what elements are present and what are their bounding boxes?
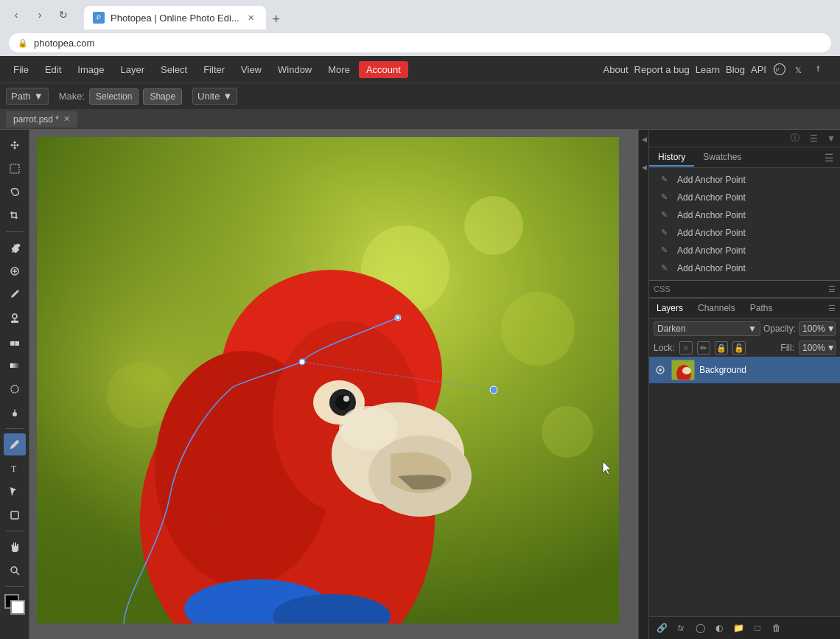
- tab-layers[interactable]: Layers: [649, 300, 690, 316]
- adjustment-layer-button[interactable]: ◐: [711, 620, 727, 636]
- lock-position-icon[interactable]: 🔒: [715, 341, 728, 355]
- lock-pixels-icon[interactable]: ✏: [697, 341, 710, 355]
- unite-select[interactable]: Unite ▼: [192, 88, 237, 105]
- browser-chrome: ‹ › ↻ P Photopea | Online Photo Edi... ✕…: [0, 0, 840, 56]
- menu-edit[interactable]: Edit: [38, 61, 69, 78]
- layer-visibility-toggle[interactable]: [654, 363, 667, 377]
- tool-eraser[interactable]: [4, 331, 26, 353]
- menu-file[interactable]: File: [6, 61, 36, 78]
- collapse-tab[interactable]: ◀: [639, 133, 649, 146]
- layer-item-background[interactable]: Background: [649, 357, 840, 383]
- tool-text[interactable]: T: [4, 457, 26, 479]
- tool-stamp[interactable]: [4, 307, 26, 329]
- tool-hand[interactable]: [4, 536, 26, 558]
- browser-tab-bar: ‹ › ↻ P Photopea | Online Photo Edi... ✕…: [0, 0, 840, 29]
- unite-chevron: ▼: [223, 91, 232, 102]
- fill-value[interactable]: 100% ▼: [799, 341, 836, 355]
- history-item-1[interactable]: ✎ Add Anchor Point: [649, 189, 840, 206]
- panel-info-button[interactable]: ⓘ: [785, 132, 805, 144]
- history-item-label-2: Add Anchor Point: [677, 210, 746, 220]
- opacity-value[interactable]: 100% ▼: [799, 321, 836, 336]
- menu-filter[interactable]: Filter: [196, 61, 232, 78]
- tool-path-select[interactable]: [4, 481, 26, 503]
- learn-link[interactable]: Learn: [696, 64, 720, 75]
- tab-history[interactable]: History: [649, 149, 694, 167]
- document-tab[interactable]: parrot.psd * ✕: [6, 111, 77, 128]
- tool-crop[interactable]: [4, 205, 26, 227]
- facebook-icon[interactable]: f: [813, 62, 828, 77]
- path-type-select[interactable]: Path ▼: [6, 88, 49, 105]
- history-item-2[interactable]: ✎ Add Anchor Point: [649, 206, 840, 224]
- tool-eyedropper[interactable]: [4, 237, 26, 259]
- menu-image[interactable]: Image: [70, 61, 111, 78]
- history-item-5[interactable]: ✎ Add Anchor Point: [649, 259, 840, 277]
- tool-dodge[interactable]: [4, 402, 26, 424]
- collapse-tab-2[interactable]: ◀: [639, 161, 649, 174]
- tool-healing[interactable]: [4, 260, 26, 282]
- panel-more-icon[interactable]: ▼: [822, 133, 840, 144]
- background-color[interactable]: [10, 600, 25, 615]
- canvas-image: [37, 137, 619, 624]
- menu-view[interactable]: View: [234, 61, 269, 78]
- reload-button[interactable]: ↻: [53, 4, 74, 25]
- api-link[interactable]: API: [751, 64, 766, 75]
- tool-marquee[interactable]: [4, 158, 26, 180]
- history-item-0[interactable]: ✎ Add Anchor Point: [649, 171, 840, 189]
- layers-panel-menu[interactable]: ☰: [824, 284, 840, 294]
- tool-gradient[interactable]: [4, 355, 26, 377]
- menu-window[interactable]: Window: [270, 61, 319, 78]
- make-selection-button[interactable]: Selection: [89, 88, 139, 105]
- tool-shape[interactable]: [4, 504, 26, 526]
- tab-swatches[interactable]: Swatches: [694, 149, 750, 167]
- menu-select[interactable]: Select: [153, 61, 195, 78]
- color-swatches[interactable]: [4, 594, 25, 615]
- tool-pen[interactable]: [4, 433, 26, 455]
- layers-panel-header: Layers Channels Paths ☰: [649, 298, 840, 318]
- back-button[interactable]: ‹: [6, 4, 27, 25]
- new-layer-button[interactable]: □: [749, 620, 766, 636]
- make-shape-button[interactable]: Shape: [143, 88, 182, 105]
- history-item-3[interactable]: ✎ Add Anchor Point: [649, 224, 840, 242]
- new-group-button[interactable]: 📁: [730, 620, 746, 636]
- forward-button[interactable]: ›: [29, 4, 50, 25]
- menu-account[interactable]: Account: [359, 61, 408, 78]
- menu-more[interactable]: More: [321, 61, 357, 78]
- history-item-4[interactable]: ✎ Add Anchor Point: [649, 242, 840, 259]
- reddit-icon[interactable]: r/: [772, 62, 787, 77]
- tab-close-button[interactable]: ✕: [245, 12, 257, 24]
- about-link[interactable]: About: [603, 64, 629, 75]
- active-tab[interactable]: P Photopea | Online Photo Edi... ✕: [84, 6, 266, 29]
- tool-lasso[interactable]: [4, 181, 26, 203]
- tool-brush[interactable]: [4, 284, 26, 306]
- css-tab[interactable]: CSS: [649, 284, 675, 293]
- history-item-label-3: Add Anchor Point: [677, 228, 746, 238]
- link-layers-button[interactable]: 🔗: [654, 620, 670, 636]
- history-panel-menu[interactable]: ☰: [819, 152, 840, 164]
- add-mask-button[interactable]: ◯: [692, 620, 708, 636]
- delete-layer-button[interactable]: 🗑: [769, 620, 785, 636]
- bug-link[interactable]: Report a bug: [634, 64, 690, 75]
- tab-paths[interactable]: Paths: [743, 300, 780, 316]
- tool-zoom[interactable]: [4, 559, 26, 582]
- address-bar[interactable]: 🔒 photopea.com: [9, 33, 831, 52]
- blend-mode-select[interactable]: Darken ▼: [654, 321, 760, 336]
- document-canvas[interactable]: [37, 137, 619, 624]
- tool-move[interactable]: [4, 134, 26, 156]
- canvas-area[interactable]: [29, 130, 638, 639]
- document-tab-close[interactable]: ✕: [63, 114, 70, 124]
- history-panel-header: History Swatches ☰: [649, 147, 840, 168]
- tab-channels[interactable]: Channels: [690, 300, 743, 316]
- blend-mode-chevron: ▼: [748, 324, 757, 334]
- twitter-icon[interactable]: 𝕏: [793, 62, 808, 77]
- panel-settings-icon[interactable]: ☰: [805, 133, 822, 144]
- lock-transparency-icon[interactable]: ◾: [679, 341, 693, 355]
- lock-all-icon[interactable]: 🔓: [732, 341, 746, 355]
- blog-link[interactable]: Blog: [726, 64, 745, 75]
- svg-point-25: [501, 292, 575, 366]
- fx-button[interactable]: fx: [673, 620, 689, 636]
- new-tab-button[interactable]: +: [266, 9, 287, 29]
- layers-menu-icon[interactable]: ☰: [824, 304, 840, 313]
- menu-layer[interactable]: Layer: [113, 61, 153, 78]
- tool-blur[interactable]: [4, 378, 26, 400]
- svg-point-19: [11, 567, 17, 573]
